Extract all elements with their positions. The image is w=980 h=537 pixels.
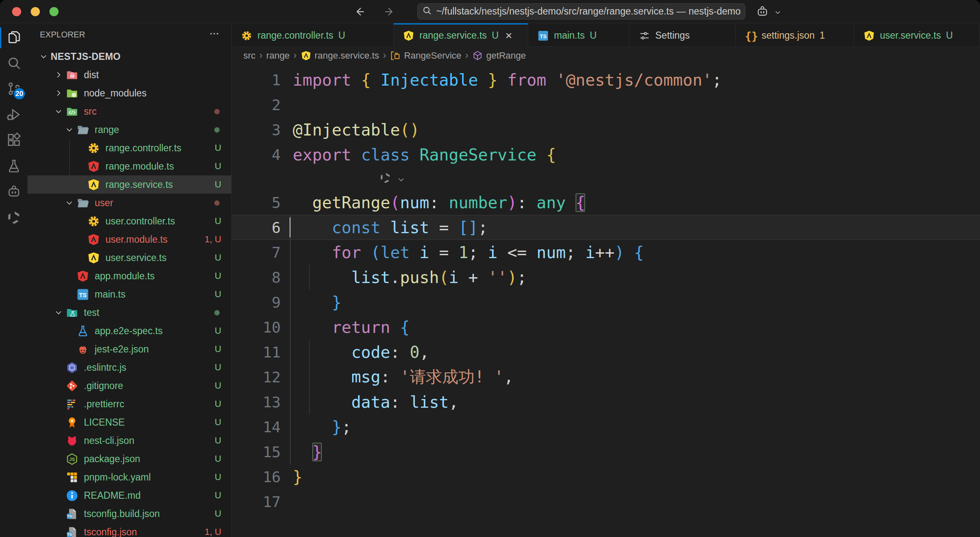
tree-item[interactable]: .prettierrcU [27,395,231,413]
assistant-menu-button[interactable] [756,5,785,20]
files-icon [6,30,22,47]
command-center-search[interactable]: ~/fullstack/nestjs/nestjs-demo/src/range… [417,3,745,20]
tab-settings.json[interactable]: {}settings.json1 [736,23,854,47]
code-line: 1import { Injectable } from '@nestjs/com… [232,67,980,92]
traffic-close-button[interactable] [12,7,21,16]
code-token: number [449,193,507,212]
sidebar-title: EXPLORER [40,30,85,39]
tree-item[interactable]: TStsconfig.json1, U [27,523,231,537]
tree-item[interactable]: dist [27,66,231,84]
file-label: app.module.ts [95,271,154,282]
tree-item[interactable]: user.module.ts1, U [27,230,231,249]
activity-item-testing[interactable] [0,154,27,180]
more-actions-icon[interactable] [209,28,220,41]
tree-item[interactable]: LICENSEU [27,413,231,431]
code-token: for [332,243,361,262]
tree-item[interactable]: node_modules [27,84,231,102]
breadcrumb-label: RangeService [404,50,461,61]
code-token: ( [390,193,400,212]
tree-item[interactable]: JSpackage.jsonU [27,450,231,468]
breadcrumb-item[interactable]: range.service.ts [301,50,379,61]
tab-dirty-badge: 1 [820,30,825,41]
code-token [449,218,458,237]
tree-item[interactable]: TStsconfig.build.jsonU [27,505,231,523]
activity-item-chat[interactable] [0,180,27,205]
chevron-down-icon [62,125,76,134]
tree-item[interactable]: user.service.tsU [27,249,231,267]
tree-item[interactable]: nest-cli.jsonU [27,431,231,450]
tree-item[interactable]: range.service.tsU [27,175,231,194]
tree-root-folder[interactable]: NESTJS-DEMO [27,47,231,66]
readme-icon [66,489,78,502]
file-label: user.controller.ts [105,216,175,227]
line-content: }; [293,418,351,436]
breadcrumb-item[interactable]: RangeService [390,50,461,61]
tree-item[interactable]: app.module.tsU [27,267,231,285]
tree-item[interactable]: range.module.tsU [27,157,231,175]
activity-item-ai-assistant[interactable] [0,205,27,231]
tree-item[interactable]: range [27,121,231,139]
tree-item[interactable]: pnpm-lock.yamlU [27,468,231,486]
gear-icon [87,215,100,228]
tab-main.ts[interactable]: TSmain.tsU [528,23,630,47]
tab-user.service.ts[interactable]: user.service.tsU [854,23,980,47]
file-label: tsconfig.json [84,527,137,537]
code-editor[interactable]: 1import { Injectable } from '@nestjs/com… [232,64,980,537]
tab-range.service.ts[interactable]: range.service.tsU× [394,23,528,47]
git-status-badge: U [215,453,221,464]
traffic-minimize-button[interactable] [31,7,40,16]
close-icon[interactable]: × [505,30,512,42]
tab-dirty-badge: U [492,30,499,41]
tab-Settings[interactable]: Settings [630,23,736,47]
git-status-badge: U [215,344,221,355]
traffic-zoom-button[interactable] [49,7,59,16]
code-token: () [400,121,419,139]
file-label: app.e2e-spec.ts [95,325,163,337]
tree-item[interactable]: test [27,303,231,322]
folder-test-icon [66,306,78,319]
activity-item-search[interactable] [0,51,27,76]
codelens-run-button[interactable] [232,167,980,190]
chevron-down-icon [62,198,76,207]
tree-item[interactable]: src [27,102,231,121]
code-line: 13 data: list, [232,389,980,414]
code-token [293,268,351,287]
line-number: 9 [232,294,281,311]
tree-item[interactable]: user [27,194,231,212]
breadcrumb-separator-icon: › [294,49,297,61]
navigate-back-button[interactable] [352,5,366,18]
navigate-forward-button[interactable] [383,5,397,18]
code-token: num [537,243,566,262]
code-token [380,218,390,237]
code-token [478,243,488,262]
tree-item[interactable]: .eslintrc.jsU [27,358,231,377]
activity-item-explorer[interactable] [0,25,27,51]
line-content: code: 0, [293,343,429,362]
tree-item[interactable]: app.e2e-spec.tsU [27,322,231,340]
code-token: } [293,468,302,486]
activity-item-source-control[interactable]: 20 [0,76,27,102]
file-label: NESTJS-DEMO [51,51,120,62]
tab-range.controller.ts[interactable]: range.controller.tsU [232,23,394,47]
tree-item[interactable]: TSmain.tsU [27,285,231,303]
file-label: dist [84,69,99,81]
line-number: 15 [232,443,281,461]
tree-item[interactable]: user.controller.tsU [27,212,231,230]
tree-item[interactable]: jest-e2e.jsonU [27,340,231,358]
tree-item[interactable]: README.mdU [27,486,231,505]
breadcrumb-item[interactable]: src [243,50,255,61]
tree-item[interactable]: range.controller.tsU [27,139,231,157]
code-token: { [400,318,409,337]
breadcrumb-item[interactable]: range [266,50,289,61]
line-content: } [293,443,322,461]
activity-item-run-debug[interactable] [0,102,27,128]
code-token [449,243,458,262]
activity-item-extensions[interactable] [0,128,27,154]
breadcrumb-item[interactable]: getRange [472,50,526,61]
code-token: export [293,145,351,164]
tab-label: user.service.ts [880,30,941,41]
line-number: 14 [232,419,281,436]
tree-item[interactable]: .gitignoreU [27,377,231,395]
code-token: <= [497,243,527,262]
tsconfig-icon: TS [66,526,78,537]
